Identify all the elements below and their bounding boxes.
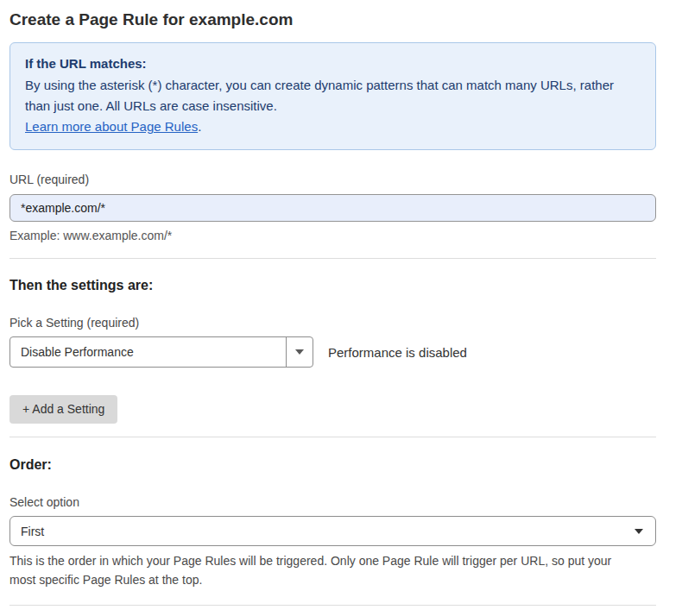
chevron-down-icon xyxy=(295,349,304,355)
settings-section-heading: Then the settings are: xyxy=(9,259,656,294)
setting-select-arrow-button[interactable] xyxy=(286,337,313,367)
setting-select[interactable]: Disable Performance xyxy=(9,336,313,368)
link-suffix: . xyxy=(198,119,201,134)
page-rule-form: Create a Page Rule for example.com If th… xyxy=(0,0,682,616)
info-box-body: By using the asterisk (*) character, you… xyxy=(25,75,641,116)
order-select-label: Select option xyxy=(9,494,656,510)
add-setting-button[interactable]: + Add a Setting xyxy=(9,395,117,424)
chevron-down-icon xyxy=(635,529,643,534)
setting-status-text: Performance is disabled xyxy=(328,345,467,360)
order-select-value: First xyxy=(21,525,44,538)
page-title: Create a Page Rule for example.com xyxy=(9,0,656,30)
info-box-heading: If the URL matches: xyxy=(25,53,641,74)
order-select[interactable]: First xyxy=(9,516,656,546)
order-section-heading: Order: xyxy=(9,437,656,474)
url-match-info-box: If the URL matches: By using the asteris… xyxy=(9,42,656,150)
order-help-text: This is the order in which your Page Rul… xyxy=(9,551,640,589)
pick-setting-label: Pick a Setting (required) xyxy=(9,315,656,330)
url-example-text: Example: www.example.com/* xyxy=(9,229,656,242)
setting-row: Disable Performance Performance is disab… xyxy=(9,336,656,368)
divider-actions xyxy=(9,605,656,606)
url-input[interactable] xyxy=(9,194,656,222)
learn-more-link[interactable]: Learn more about Page Rules xyxy=(25,119,198,134)
info-box-link-line: Learn more about Page Rules. xyxy=(25,116,641,137)
setting-select-value: Disable Performance xyxy=(10,337,286,367)
url-field-label: URL (required) xyxy=(9,172,656,187)
